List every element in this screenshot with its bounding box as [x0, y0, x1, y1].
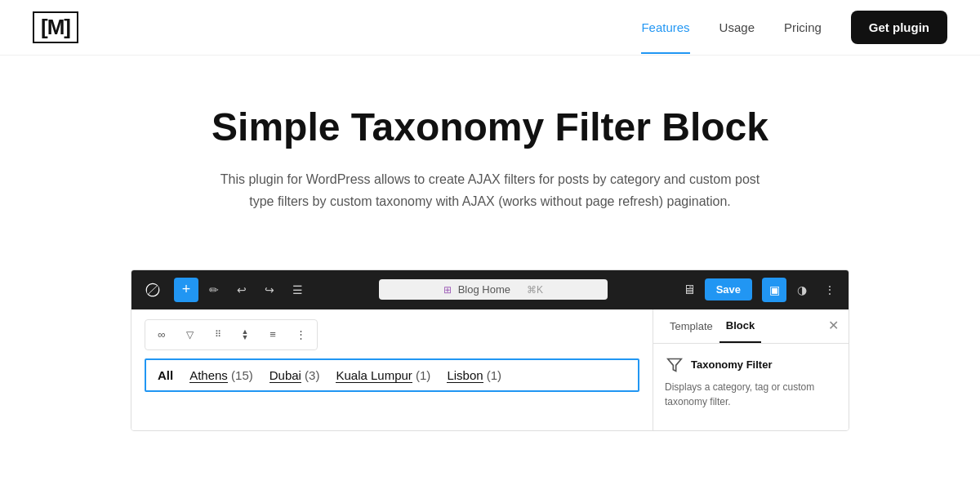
wordpress-icon[interactable]: [138, 275, 167, 305]
arrows-tool[interactable]: ▲ ▼: [234, 323, 256, 346]
filter-item-kuala-lumpur[interactable]: Kuala Lumpur (1): [336, 368, 430, 382]
nav-link-features[interactable]: Features: [641, 20, 689, 34]
editor-canvas: ∞ ▽ ⠿ ▲ ▼ ≡ ⋮ All Athens (15) Dubai (3) …: [131, 309, 653, 430]
block-description: Displays a category, tag or custom taxon…: [665, 380, 837, 409]
list-view-icon[interactable]: ☰: [285, 278, 310, 302]
editor-toolbar: + ✏ ↩ ↪ ☰ ⊞ Blog Home ⌘K 🖥 Save ▣ ◑ ⋮: [131, 270, 849, 309]
url-bar[interactable]: ⊞ Blog Home ⌘K: [379, 279, 608, 300]
nav-link-pricing[interactable]: Pricing: [784, 20, 822, 34]
navbar: [M] Features Usage Pricing Get plugin: [0, 0, 980, 56]
sidebar-block-name: Taxonomy Filter: [665, 355, 837, 375]
logo[interactable]: [M]: [33, 11, 78, 43]
align-tool[interactable]: ≡: [261, 323, 284, 346]
url-bar-icon: ⊞: [443, 284, 452, 296]
nav-link-usage[interactable]: Usage: [719, 20, 755, 34]
edit-icon[interactable]: ✏: [202, 278, 226, 302]
tab-block[interactable]: Block: [719, 309, 761, 343]
tab-template[interactable]: Template: [663, 309, 719, 343]
editor-mockup: + ✏ ↩ ↪ ☰ ⊞ Blog Home ⌘K 🖥 Save ▣ ◑ ⋮ ∞ …: [131, 269, 849, 431]
block-toolbar: ∞ ▽ ⠿ ▲ ▼ ≡ ⋮: [145, 319, 318, 350]
editor-sidebar: Template Block ✕ Taxonomy Filter Display…: [653, 309, 849, 430]
get-plugin-button[interactable]: Get plugin: [851, 11, 947, 44]
contrast-icon[interactable]: ◑: [790, 278, 814, 302]
toolbar-right-icons: ▣ ◑ ⋮: [762, 278, 842, 302]
sidebar-close-button[interactable]: ✕: [828, 319, 839, 332]
sidebar-tabs: Template Block ✕: [653, 309, 849, 344]
filter-item-athens[interactable]: Athens (15): [189, 368, 253, 382]
filter-item-dubai[interactable]: Dubai (3): [270, 368, 320, 382]
url-shortcut: ⌘K: [527, 284, 543, 296]
device-preview-icon[interactable]: 🖥: [677, 278, 702, 302]
hero-section: Simple Taxonomy Filter Block This plugin…: [0, 56, 980, 245]
add-block-button[interactable]: +: [174, 278, 198, 302]
hero-description: This plugin for WordPress allows to crea…: [212, 169, 768, 212]
link-tool[interactable]: ∞: [150, 323, 173, 346]
undo-icon[interactable]: ↩: [229, 278, 254, 302]
more-block-options[interactable]: ⋮: [289, 323, 312, 346]
svg-marker-0: [668, 358, 682, 371]
nav-links: Features Usage Pricing Get plugin: [641, 11, 947, 44]
drag-tool[interactable]: ⠿: [206, 323, 229, 346]
filter-block: All Athens (15) Dubai (3) Kuala Lumpur (…: [145, 358, 639, 392]
filter-tool[interactable]: ▽: [178, 323, 201, 346]
taxonomy-filter-icon: [665, 355, 684, 375]
redo-icon[interactable]: ↪: [257, 278, 282, 302]
hero-title: Simple Taxonomy Filter Block: [33, 105, 947, 149]
sidebar-content: Taxonomy Filter Displays a category, tag…: [653, 344, 849, 409]
more-options-icon[interactable]: ⋮: [817, 278, 842, 302]
sidebar-toggle-icon[interactable]: ▣: [762, 278, 786, 302]
editor-body: ∞ ▽ ⠿ ▲ ▼ ≡ ⋮ All Athens (15) Dubai (3) …: [131, 309, 849, 430]
block-title: Taxonomy Filter: [691, 358, 772, 371]
filter-item-lisbon[interactable]: Lisbon (1): [447, 368, 501, 382]
filter-item-all[interactable]: All: [158, 368, 173, 382]
save-button[interactable]: Save: [705, 278, 752, 300]
url-bar-text: Blog Home: [458, 283, 510, 296]
